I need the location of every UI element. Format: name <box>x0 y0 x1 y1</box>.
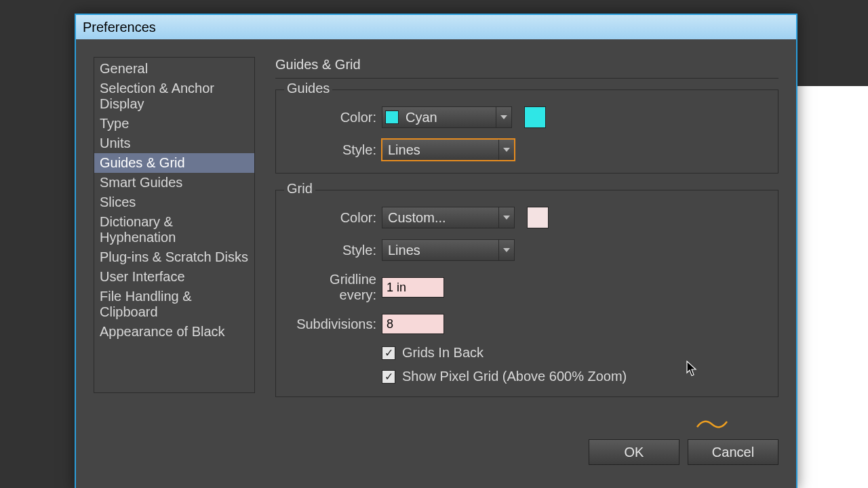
panel-divider <box>275 78 778 79</box>
sidebar-item-plug-ins-scratch-disks[interactable]: Plug-ins & Scratch Disks <box>94 247 254 267</box>
sidebar-item-file-handling-clipboard[interactable]: File Handling & Clipboard <box>94 287 254 322</box>
guides-group: Guides Color: Cyan Style: Lines <box>275 89 778 174</box>
cancel-button-label: Cancel <box>712 445 754 460</box>
guides-style-value: Lines <box>388 142 420 158</box>
grid-legend: Grid <box>284 181 315 197</box>
grid-style-label: Style: <box>292 243 376 258</box>
gridline-every-label: Gridline every: <box>292 272 376 303</box>
sidebar-item-selection-anchor-display[interactable]: Selection & Anchor Display <box>94 79 254 114</box>
guides-color-label: Color: <box>292 110 376 125</box>
ok-button[interactable]: OK <box>589 439 679 465</box>
sidebar-item-units[interactable]: Units <box>94 134 254 153</box>
gridline-every-input[interactable] <box>382 277 444 298</box>
grid-color-swatch[interactable] <box>527 207 549 228</box>
sidebar-item-guides-grid[interactable]: Guides & Grid <box>94 153 254 173</box>
guides-color-dropdown[interactable]: Cyan <box>382 106 512 128</box>
grids-in-back-label: Grids In Back <box>402 345 484 361</box>
sidebar-item-dictionary-hyphenation[interactable]: Dictionary & Hyphenation <box>94 212 254 247</box>
guides-color-inner-swatch <box>385 110 399 124</box>
grid-color-dropdown[interactable]: Custom... <box>382 207 515 228</box>
guides-color-value: Cyan <box>406 110 437 125</box>
grid-group: Grid Color: Custom... Style: Lines <box>275 190 778 397</box>
sidebar-item-general[interactable]: General <box>94 59 254 79</box>
grids-in-back-checkbox[interactable]: ✓ <box>382 346 395 360</box>
ok-button-label: OK <box>625 445 644 460</box>
show-pixel-grid-checkbox[interactable]: ✓ <box>382 370 395 384</box>
guides-style-label: Style: <box>292 142 376 158</box>
preferences-category-list: GeneralSelection & Anchor DisplayTypeUni… <box>94 57 255 393</box>
dialog-title: Preferences <box>83 20 156 35</box>
subdivisions-input[interactable] <box>382 314 444 334</box>
guides-style-dropdown[interactable]: Lines <box>381 138 515 161</box>
watermark-wave-icon <box>696 418 728 431</box>
grid-style-value: Lines <box>388 243 420 258</box>
chevron-down-icon <box>496 107 511 127</box>
sidebar-item-smart-guides[interactable]: Smart Guides <box>94 173 254 192</box>
chevron-down-icon <box>498 140 514 160</box>
cancel-button[interactable]: Cancel <box>688 439 778 465</box>
sidebar-item-slices[interactable]: Slices <box>94 192 254 212</box>
guides-legend: Guides <box>284 81 332 96</box>
sidebar-item-appearance-of-black[interactable]: Appearance of Black <box>94 322 254 342</box>
panel-title: Guides & Grid <box>275 57 778 73</box>
show-pixel-grid-label: Show Pixel Grid (Above 600% Zoom) <box>402 369 627 384</box>
guides-color-swatch[interactable] <box>524 106 546 128</box>
preferences-dialog: Preferences GeneralSelection & Anchor Di… <box>75 14 797 488</box>
subdivisions-label: Subdivisions: <box>292 317 376 332</box>
grid-color-label: Color: <box>292 210 376 226</box>
grid-style-dropdown[interactable]: Lines <box>382 239 515 261</box>
chevron-down-icon <box>498 207 514 228</box>
sidebar-item-user-interface[interactable]: User Interface <box>94 267 254 287</box>
grid-color-value: Custom... <box>388 210 446 226</box>
canvas-area <box>797 86 868 488</box>
sidebar-item-type[interactable]: Type <box>94 114 254 134</box>
chevron-down-icon <box>498 240 514 260</box>
dialog-titlebar[interactable]: Preferences <box>76 15 796 39</box>
